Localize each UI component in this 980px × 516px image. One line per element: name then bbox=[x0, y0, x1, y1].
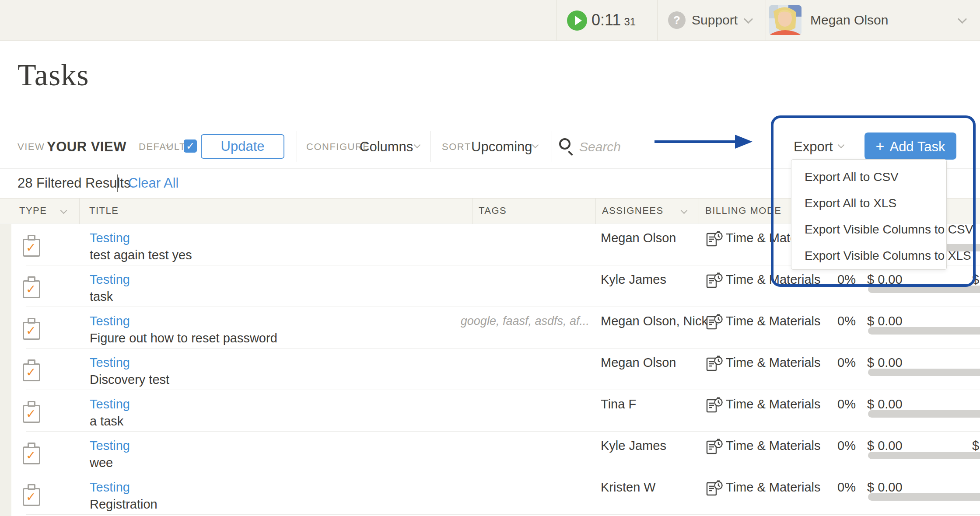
task-percent: 0% bbox=[809, 439, 856, 453]
add-task-button[interactable]: +Add Task bbox=[864, 132, 956, 160]
task-title[interactable]: Discovery test bbox=[90, 373, 169, 387]
progress-bar bbox=[868, 410, 980, 418]
task-percent: 0% bbox=[809, 397, 856, 411]
column-header-title[interactable]: TITLE bbox=[89, 205, 119, 216]
task-amount: $ 0.00 bbox=[867, 356, 903, 370]
top-bar: 0:1131 ? Support Megan Olson bbox=[0, 0, 980, 41]
timer-play-icon[interactable] bbox=[567, 10, 587, 31]
divider bbox=[657, 0, 658, 41]
task-clipboard-icon: ✓ bbox=[23, 276, 40, 298]
task-assignees: Megan Olson, Nick... bbox=[601, 314, 718, 328]
task-title[interactable]: Registration bbox=[90, 497, 158, 512]
task-clipboard-icon: ✓ bbox=[23, 443, 40, 464]
billing-mode-icon bbox=[706, 313, 723, 332]
task-assignees: Megan Olson bbox=[601, 356, 676, 370]
billing-mode: Time & Materials bbox=[726, 314, 820, 328]
task-percent: 0% bbox=[809, 272, 856, 287]
billing-mode-icon bbox=[706, 272, 723, 291]
task-assignees: Megan Olson bbox=[601, 231, 676, 245]
task-amount: $ 0.00 bbox=[867, 480, 903, 495]
chevron-down-icon[interactable] bbox=[681, 207, 688, 214]
project-link[interactable]: Testing bbox=[90, 231, 130, 245]
chevron-down-icon[interactable] bbox=[60, 207, 67, 214]
divider bbox=[79, 199, 80, 224]
task-clipboard-icon: ✓ bbox=[23, 359, 40, 381]
task-tags: google, faasf, asdfs, af... bbox=[438, 314, 589, 328]
table-row[interactable]: ✓ Testing Discovery test Megan Olson Tim… bbox=[0, 349, 980, 390]
timer-seconds: 31 bbox=[624, 16, 636, 28]
tasks-page: 0:1131 ? Support Megan Olson Tasks VIEW … bbox=[0, 0, 980, 516]
task-clipboard-icon: ✓ bbox=[23, 484, 40, 506]
divider bbox=[766, 0, 766, 41]
clear-all-link[interactable]: Clear All bbox=[128, 175, 178, 191]
progress-bar bbox=[868, 286, 980, 293]
billing-mode: Time & Materials bbox=[726, 356, 820, 370]
edge-amount: $ bbox=[972, 439, 979, 453]
progress-bar bbox=[868, 452, 980, 459]
table-row[interactable]: ✓ Testing Figure out how to reset passwo… bbox=[0, 307, 980, 349]
columns-dropdown[interactable]: Columns bbox=[360, 139, 413, 155]
billing-mode-icon bbox=[706, 479, 723, 499]
chevron-down-icon[interactable] bbox=[958, 14, 967, 24]
chevron-down-icon[interactable] bbox=[838, 142, 845, 149]
menu-item-export-all-xls[interactable]: Export All to XLS bbox=[791, 190, 946, 216]
column-header-tags[interactable]: TAGS bbox=[479, 205, 507, 216]
help-icon[interactable]: ? bbox=[668, 11, 686, 29]
column-header-assignees[interactable]: ASSIGNEES bbox=[602, 205, 664, 216]
menu-item-export-visible-xls[interactable]: Export Visible Columns to XLS bbox=[791, 243, 946, 269]
project-link[interactable]: Testing bbox=[90, 480, 130, 495]
task-amount: $ 0.00 bbox=[867, 397, 903, 411]
project-link[interactable]: Testing bbox=[90, 356, 130, 370]
task-title[interactable]: test again test yes bbox=[90, 248, 192, 262]
task-assignees: Kyle James bbox=[601, 272, 666, 287]
chevron-down-icon[interactable] bbox=[532, 142, 539, 149]
project-link[interactable]: Testing bbox=[90, 314, 130, 328]
billing-mode-icon bbox=[706, 438, 723, 457]
chevron-down-icon[interactable] bbox=[414, 142, 421, 149]
divider bbox=[552, 131, 552, 162]
search-input[interactable] bbox=[579, 138, 706, 156]
filtered-results-count: 28 Filtered Results bbox=[18, 175, 130, 191]
plus-icon: + bbox=[876, 138, 885, 154]
column-header-type[interactable]: TYPE bbox=[19, 205, 47, 216]
project-link[interactable]: Testing bbox=[90, 397, 130, 411]
task-title[interactable]: a task bbox=[90, 414, 123, 429]
task-title[interactable]: Figure out how to reset password bbox=[90, 331, 277, 345]
billing-mode: Time & Materials bbox=[726, 272, 820, 287]
sort-label: SORT bbox=[442, 141, 471, 153]
table-row[interactable]: ✓ Testing wee Kyle James Time & Material… bbox=[0, 432, 980, 473]
billing-mode: Time & Materials bbox=[726, 480, 820, 495]
task-title[interactable]: wee bbox=[90, 456, 113, 470]
task-assignees: Kyle James bbox=[601, 439, 666, 453]
billing-mode-icon bbox=[706, 355, 723, 374]
progress-bar bbox=[868, 369, 980, 376]
view-dropdown[interactable]: YOUR VIEW bbox=[47, 139, 126, 155]
task-amount: $ 0.00 bbox=[867, 272, 903, 287]
task-title[interactable]: task bbox=[90, 289, 113, 304]
task-amount: $ 0.00 bbox=[867, 439, 903, 453]
table-row[interactable]: ✓ Testing task Kyle James Time & Materia… bbox=[0, 265, 980, 307]
avatar[interactable] bbox=[769, 5, 802, 35]
timer-minutes: 0:11 bbox=[592, 11, 621, 29]
table-row[interactable]: ✓ Testing Registration Kristen W Time & … bbox=[0, 473, 980, 515]
task-clipboard-icon: ✓ bbox=[23, 318, 40, 340]
support-menu[interactable]: Support bbox=[692, 13, 738, 28]
divider bbox=[117, 174, 118, 192]
project-link[interactable]: Testing bbox=[90, 439, 130, 453]
user-menu[interactable]: Megan Olson bbox=[810, 13, 888, 28]
chevron-down-icon[interactable] bbox=[744, 14, 753, 24]
update-button[interactable]: Update bbox=[201, 134, 284, 159]
export-dropdown[interactable]: Export bbox=[794, 139, 833, 155]
menu-item-export-all-csv[interactable]: Export All to CSV bbox=[791, 164, 946, 190]
default-checkbox[interactable] bbox=[184, 139, 197, 153]
project-link[interactable]: Testing bbox=[90, 272, 130, 287]
task-assignees: Kristen W bbox=[601, 480, 656, 495]
column-header-billing-mode[interactable]: BILLING MODE bbox=[705, 205, 781, 216]
table-row[interactable]: ✓ Testing a task Tina F Time & Materials… bbox=[0, 390, 980, 432]
menu-item-export-visible-csv[interactable]: Export Visible Columns to CSV bbox=[791, 216, 946, 243]
billing-mode: Time & Materials bbox=[726, 397, 820, 411]
divider bbox=[472, 199, 472, 224]
avatar-image bbox=[769, 5, 802, 35]
sort-dropdown[interactable]: Upcoming bbox=[471, 139, 532, 155]
divider bbox=[297, 131, 297, 162]
